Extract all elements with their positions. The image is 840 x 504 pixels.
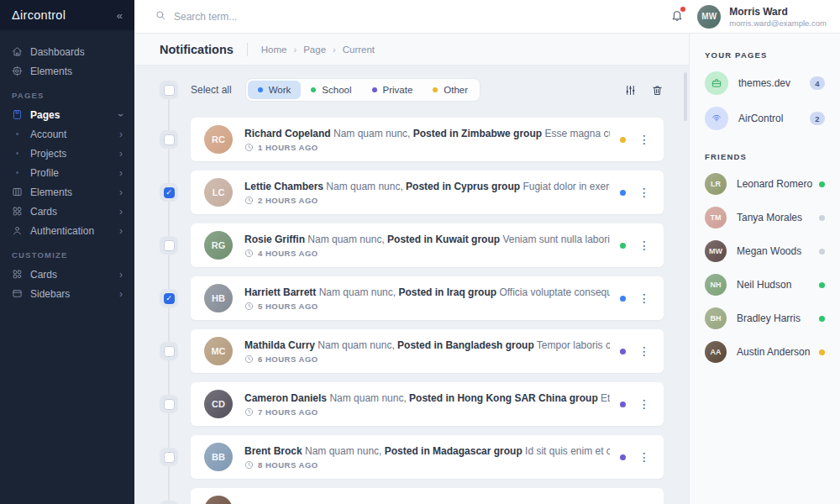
sidebar-item-label: Elements [30,66,72,77]
notification-card[interactable]: HBHarriett Barrett Nam quam nunc, Posted… [191,276,664,320]
clock-icon [244,354,254,364]
sidebar-item-cards[interactable]: Cards› [0,202,134,221]
notification-group: Posted in Cyprus group [406,181,520,192]
search-input[interactable] [174,11,426,23]
tag-filter-group: WorkSchoolPrivateOther [245,78,480,102]
breadcrumb-item[interactable]: Page [303,45,326,55]
notification-checkbox[interactable] [160,236,178,255]
notification-row: RCRichard Copeland Nam quam nunc, Posted… [160,118,664,161]
notification-checkbox[interactable] [160,501,178,504]
friend-item[interactable]: BHBradley Harris [705,307,825,329]
notification-text: Richard Copeland Nam quam nunc, Posted i… [244,128,610,152]
select-all-label: Select all [191,84,232,96]
friend-item[interactable]: NHNeil Hudson [705,274,825,296]
friend-item[interactable]: AAAustin Anderson [705,341,825,363]
notification-card[interactable]: CDCameron Daniels Nam quam nunc, Posted … [191,382,664,426]
trash-icon[interactable] [651,84,664,97]
notification-checkbox[interactable] [160,342,178,360]
sidebar-item-label: Pages [30,109,60,121]
notification-card[interactable]: LCLettie Chambers Nam quam nunc, Posted … [191,171,664,214]
notification-checkbox[interactable] [160,448,178,466]
notification-excerpt: Veniam sunt nulla laboris minim ea esse … [500,234,610,245]
sidebar-item-profile[interactable]: •Profile› [0,163,134,182]
tag-filter-school[interactable]: School [301,81,361,99]
sidebar-item-elements[interactable]: Elements› [0,182,134,202]
sidebar-item-account[interactable]: •Account› [0,124,134,144]
avatar: RC [204,125,233,154]
right-sidebar: YOUR PAGES themes.dev4AirControl2 FRIEND… [689,34,840,504]
sidebar-nav: DashboardsElementsPAGESPages›•Account›•P… [0,30,134,303]
page-item-aircontrol[interactable]: AirControl2 [705,107,825,130]
notification-checkbox[interactable] [160,395,178,413]
scrollbar[interactable] [684,72,687,121]
sidebar-collapse-icon[interactable]: « [117,9,123,22]
notification-sender: Harriett Barrett [244,286,316,298]
notification-checkbox[interactable] [160,130,178,149]
chevron-down-icon: › [116,113,126,117]
sidebar-item-pages[interactable]: Pages› [0,105,134,124]
notification-group: Posted in Madagascar group [385,445,522,457]
notification-card[interactable]: RGRosie Griffin Nam quam nunc, Posted in… [191,223,664,267]
clock-icon [244,407,254,417]
kebab-menu-icon[interactable]: ⋮ [637,291,652,306]
notification-time: 7 HOURS AGO [258,407,318,417]
header-divider [247,43,248,56]
notification-sender: Mathilda Curry [244,339,315,351]
clock-icon [244,249,254,258]
tag-filter-other[interactable]: Other [423,81,478,99]
page-item-themes.dev[interactable]: themes.dev4 [705,71,825,95]
sidebar-item-dashboards[interactable]: Dashboards [0,42,134,61]
sidebar-item-cards[interactable]: Cards› [0,265,134,284]
kebab-menu-icon[interactable]: ⋮ [637,238,652,253]
tag-filter-work[interactable]: Work [248,81,302,99]
notification-card[interactable]: RCRichard Copeland Nam quam nunc, Posted… [191,118,664,161]
notification-text: Lettie Chambers Nam quam nunc, Posted in… [244,181,610,205]
notifications-bell-button[interactable] [670,8,684,25]
sidebar-item-elements[interactable]: Elements [0,61,134,81]
notification-checkbox[interactable]: ✓ [160,183,178,202]
friend-item[interactable]: MWMegan Woods [705,240,825,262]
breadcrumb-item[interactable]: Home [261,45,287,55]
notification-excerpt: Tempor laboris consectetur cupidatat am.… [534,339,610,351]
tag-label: Private [383,85,413,95]
breadcrumb: Home›Page›Current [261,45,375,55]
notification-card[interactable]: MCMathilda Curry Nam quam nunc, Posted i… [191,329,664,373]
kebab-menu-icon[interactable]: ⋮ [637,449,652,465]
notification-group: Posted in Zimbabwe group [413,128,542,139]
sidebar-item-authentication[interactable]: Authentication› [0,221,134,240]
notification-text: Mathilda Curry Nam quam nunc, Posted in … [244,339,610,364]
friend-status-dot [819,215,825,221]
notification-row: ✓HBHarriett Barrett Nam quam nunc, Poste… [160,276,664,320]
kebab-menu-icon[interactable]: ⋮ [637,132,652,147]
list-actions [624,84,664,97]
notification-row: RGRosie Griffin Nam quam nunc, Posted in… [160,223,664,267]
select-all-checkbox[interactable] [160,81,178,99]
sidebar-item-sidebars[interactable]: Sidebars› [0,284,134,303]
notification-time: 6 HOURS AGO [258,354,318,364]
notification-excerpt: Esse magna cupidatat eiusmod sunt off... [542,128,610,139]
notification-sender: Cameron Daniels [244,392,327,404]
sort-filter-icon[interactable] [624,84,637,97]
friend-name: Tanya Morales [737,212,802,223]
notification-group: Posted in Kuwait group [387,234,500,245]
friend-name: Megan Woods [737,245,801,257]
notification-checkbox[interactable]: ✓ [160,289,178,307]
nav-section-label: PAGES [0,81,134,105]
user-menu[interactable]: MW Morris Ward morris.ward@example.com [697,5,827,29]
columns-icon [12,186,23,197]
friend-item[interactable]: LRLeonard Romero [705,173,825,195]
sidebar-item-label: Cards [30,206,57,218]
tag-label: School [322,85,351,95]
clock-icon [244,143,254,152]
notification-excerpt: Id sit quis enim et consectetur occaecat… [522,445,610,457]
sidebar-item-projects[interactable]: •Projects› [0,144,134,163]
friend-item[interactable]: TMTanya Morales [705,207,825,228]
kebab-menu-icon[interactable]: ⋮ [637,185,652,200]
breadcrumb-item[interactable]: Current [343,45,375,55]
tag-filter-private[interactable]: Private [362,81,423,99]
kebab-menu-icon[interactable]: ⋮ [637,396,652,412]
notification-card[interactable] [191,488,664,504]
kebab-menu-icon[interactable]: ⋮ [637,344,652,359]
chevron-right-icon: › [119,207,123,217]
notification-card[interactable]: BBBrent Brock Nam quam nunc, Posted in M… [191,435,664,479]
